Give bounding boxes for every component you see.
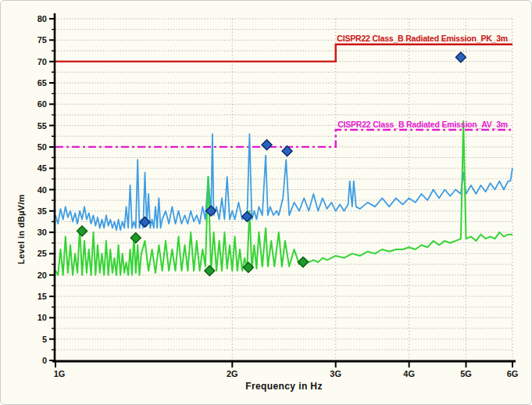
average-marker [205,266,215,276]
y-tick-label: 55 [37,121,47,131]
x-axis-title: Frequency in Hz [55,381,512,392]
x-tick-label: 4G [403,369,415,378]
y-tick-label: 60 [37,99,47,109]
peak-marker [262,140,272,150]
y-tick-label: 20 [37,271,47,280]
y-tick-label: 5 [42,335,47,344]
y-tick-label: 0 [42,356,47,365]
x-tick-label: 2G [227,369,238,378]
y-tick-label: 10 [37,313,47,322]
y-tick-label: 75 [37,35,47,45]
emissions-chart: 051015202530354045505560657075801G2G3G4G… [1,1,532,405]
y-tick-label: 25 [37,249,47,258]
x-tick-label: 5G [460,369,472,378]
x-tick-label: 1G [54,369,66,378]
y-axis-title: Level in dBµV/m [16,194,26,264]
y-tick-label: 40 [37,185,47,195]
peak-limit-line [55,45,512,62]
y-tick-label: 35 [37,206,47,216]
peak-marker [242,211,252,221]
y-tick-label: 30 [37,228,47,237]
x-tick-label: 3G [330,369,341,378]
x-tick-label: 6G [507,369,519,378]
chart-frame: 051015202530354045505560657075801G2G3G4G… [0,0,532,405]
y-tick-label: 70 [37,57,47,66]
y-tick-label: 45 [37,163,47,173]
average-marker [298,257,308,267]
average-limit-label: CISPR22 Class_B Radiated Emission_AV_3m [337,120,508,129]
average-marker [130,233,141,243]
y-tick-label: 15 [37,292,47,301]
peak-marker [455,52,466,63]
y-tick-label: 80 [37,14,47,23]
average-marker [77,226,87,236]
peak-marker [140,217,150,228]
average-trace [55,121,512,275]
peak-limit-label: CISPR22 Class_B Radiated Emission_PK_3m [337,34,508,43]
y-tick-label: 50 [37,142,47,152]
average-limit-line [55,130,512,147]
y-tick-label: 65 [37,78,47,88]
